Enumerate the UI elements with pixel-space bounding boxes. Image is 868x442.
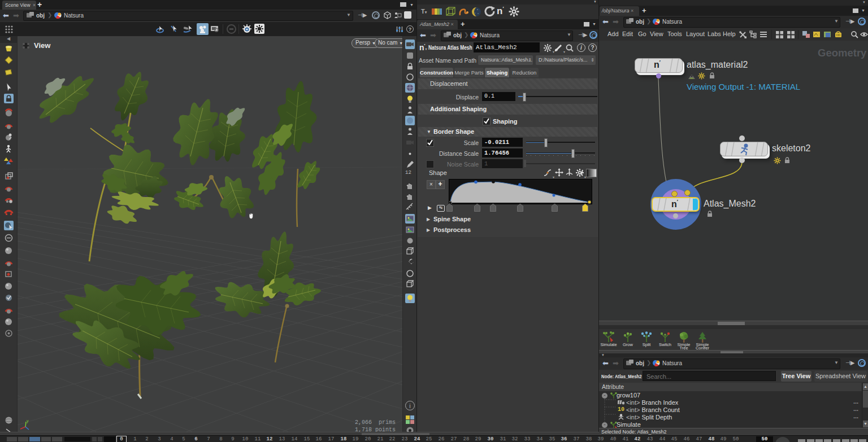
svg-text:y: y — [27, 420, 29, 423]
